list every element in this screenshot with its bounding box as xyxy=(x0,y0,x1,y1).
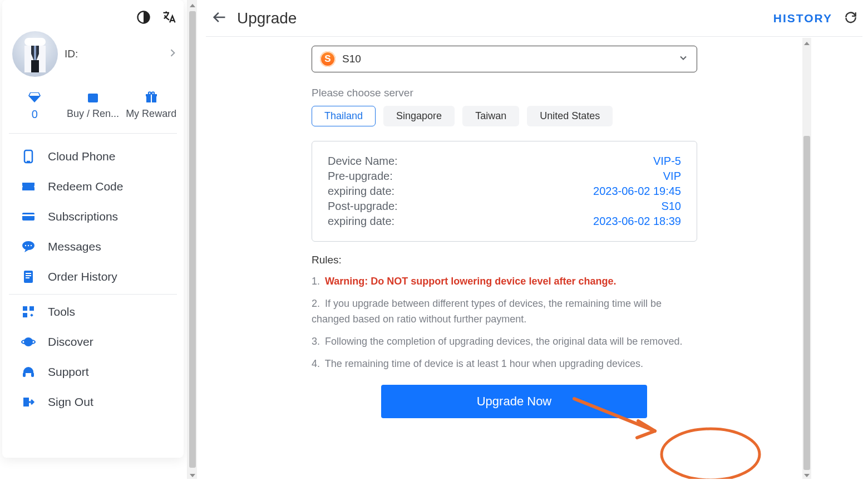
svg-rect-4 xyxy=(88,94,98,102)
refresh-icon[interactable] xyxy=(844,10,858,27)
info-value: VIP xyxy=(663,170,681,183)
svg-rect-20 xyxy=(26,275,31,276)
profile-id-label: ID: xyxy=(65,48,160,60)
svg-point-15 xyxy=(25,245,26,246)
scroll-up-icon[interactable] xyxy=(803,39,810,46)
plan-select-label: S10 xyxy=(342,53,361,65)
sidebar-item-support[interactable]: Support xyxy=(2,357,184,387)
page-title: Upgrade xyxy=(237,9,297,27)
bag-icon xyxy=(86,91,100,104)
svg-rect-23 xyxy=(29,306,34,311)
server-section-label: Please choose server xyxy=(312,87,684,99)
server-chip-thailand[interactable]: Thailand xyxy=(312,106,376,126)
svg-rect-24 xyxy=(23,313,27,317)
svg-rect-25 xyxy=(30,314,33,317)
quick-actions: 0 Buy / Ren... My Reward xyxy=(2,86,184,133)
info-row: Post-upgrade:S10 xyxy=(328,199,681,214)
svg-point-26 xyxy=(24,337,33,346)
sidebar-item-discover[interactable]: Discover xyxy=(2,327,184,357)
scrollbar-thumb[interactable] xyxy=(189,11,196,468)
info-row: expiring date:2023-06-02 19:45 xyxy=(328,184,681,199)
svg-point-16 xyxy=(28,245,29,246)
info-key: Device Name: xyxy=(328,155,398,168)
sidebar-item-label: Cloud Phone xyxy=(48,150,115,163)
rules-title: Rules: xyxy=(312,254,684,266)
sidebar: ID: 0 Buy / Ren... xyxy=(2,0,184,458)
sidebar-item-label: Redeem Code xyxy=(48,180,123,193)
sidebar-item-redeem-code[interactable]: Redeem Code xyxy=(2,172,184,202)
svg-rect-18 xyxy=(24,271,33,283)
document-icon xyxy=(21,270,36,284)
svg-rect-12 xyxy=(22,213,34,221)
svg-rect-13 xyxy=(22,214,34,216)
phone-icon xyxy=(21,149,36,164)
info-key: expiring date: xyxy=(328,215,394,228)
rule-item: 2. If you upgrade between different type… xyxy=(312,296,697,327)
sidebar-item-sign-out[interactable]: Sign Out xyxy=(2,387,184,417)
card-icon xyxy=(21,209,36,224)
server-chip-taiwan[interactable]: Taiwan xyxy=(462,106,519,126)
content-scrollbar[interactable] xyxy=(802,38,811,479)
widgets-icon xyxy=(21,305,36,319)
sidebar-item-label: Support xyxy=(48,365,89,379)
sidebar-item-cloud-phone[interactable]: Cloud Phone xyxy=(2,141,184,172)
info-row: Device Name:VIP-5 xyxy=(328,154,681,169)
upgrade-now-button[interactable]: Upgrade Now xyxy=(381,385,647,418)
headset-icon xyxy=(21,365,36,379)
logout-icon xyxy=(21,395,36,409)
info-value: S10 xyxy=(661,200,681,213)
history-link[interactable]: HISTORY xyxy=(773,12,832,25)
scroll-up-icon[interactable] xyxy=(189,1,196,8)
sidebar-item-label: Discover xyxy=(48,335,93,349)
rule-number: 3. xyxy=(312,336,320,347)
rule-number: 2. xyxy=(312,298,320,309)
planet-icon xyxy=(21,335,36,349)
chevron-down-icon xyxy=(678,52,689,66)
rule-number: 4. xyxy=(312,358,320,369)
svg-rect-0 xyxy=(24,38,46,46)
sidebar-item-messages[interactable]: Messages xyxy=(2,232,184,262)
svg-point-17 xyxy=(31,245,32,246)
info-key: Post-upgrade: xyxy=(328,200,398,213)
theme-toggle-icon[interactable] xyxy=(136,9,151,27)
rule-item: 3. Following the completion of upgrading… xyxy=(312,334,697,350)
scroll-down-icon[interactable] xyxy=(803,471,810,478)
server-chip-singapore[interactable]: Singapore xyxy=(383,106,455,126)
svg-rect-7 xyxy=(151,94,152,102)
content: S S10 Please choose server Thailand Sing… xyxy=(206,37,802,479)
svg-rect-10 xyxy=(24,150,32,163)
divider xyxy=(9,294,177,295)
sidebar-item-tools[interactable]: Tools xyxy=(2,297,184,327)
svg-point-8 xyxy=(148,92,150,94)
chevron-right-icon xyxy=(167,47,178,61)
scroll-down-icon[interactable] xyxy=(189,471,196,478)
diamonds-counter[interactable]: 0 xyxy=(7,91,62,121)
svg-rect-19 xyxy=(26,273,31,274)
scrollbar-thumb[interactable] xyxy=(803,136,810,470)
sidebar-item-label: Messages xyxy=(48,240,101,253)
svg-rect-29 xyxy=(31,373,34,377)
rule-number: 1. xyxy=(312,276,320,287)
sidebar-scrollbar[interactable] xyxy=(187,0,197,479)
svg-rect-22 xyxy=(23,306,27,311)
server-chip-united-states[interactable]: United States xyxy=(527,106,613,126)
my-reward-button[interactable]: My Reward xyxy=(124,91,179,120)
rule-text: Following the completion of upgrading de… xyxy=(325,336,682,347)
diamonds-value: 0 xyxy=(32,108,38,121)
info-key: Pre-upgrade: xyxy=(328,170,393,183)
plan-select[interactable]: S S10 xyxy=(312,46,697,72)
buy-renew-button[interactable]: Buy / Ren... xyxy=(65,91,121,120)
sidebar-item-subscriptions[interactable]: Subscriptions xyxy=(2,202,184,232)
buy-renew-label: Buy / Ren... xyxy=(67,108,119,120)
svg-rect-21 xyxy=(26,277,29,278)
sidebar-item-label: Sign Out xyxy=(48,395,93,409)
profile-row[interactable]: ID: xyxy=(2,28,184,86)
info-row: Pre-upgrade:VIP xyxy=(328,169,681,184)
back-arrow-icon[interactable] xyxy=(211,9,227,27)
rule-text: If you upgrade between different types o… xyxy=(312,298,662,325)
sidebar-item-order-history[interactable]: Order History xyxy=(2,262,184,292)
svg-rect-2 xyxy=(34,46,36,62)
language-icon[interactable] xyxy=(161,9,177,27)
sidebar-item-label: Order History xyxy=(48,270,117,283)
sidebar-item-label: Tools xyxy=(48,305,75,319)
